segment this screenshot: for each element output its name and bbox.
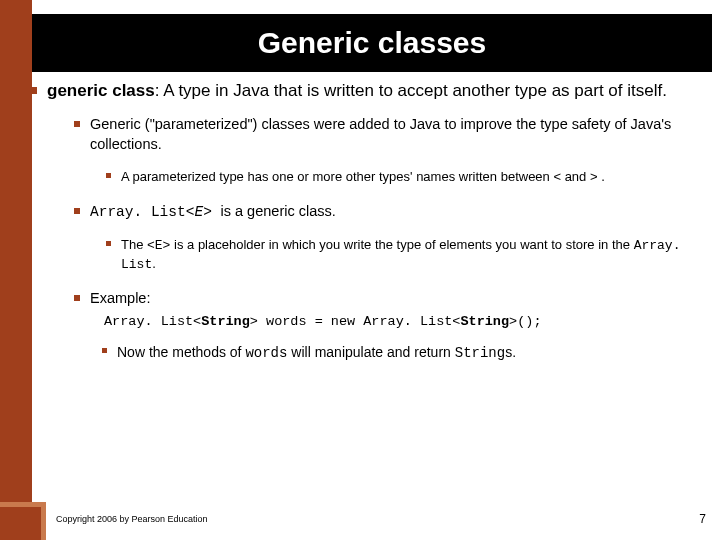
term: generic class	[47, 81, 155, 100]
bullet-icon	[74, 295, 80, 301]
sub2-text: Array. List<E> is a generic class.	[90, 202, 336, 223]
example-code: Array. List<String> words = new Array. L…	[104, 313, 702, 331]
sub-sub-item: Now the methods of words will manipulate…	[102, 343, 702, 363]
content-area: generic class: A type in Java that is wr…	[30, 80, 702, 367]
sub-item-3: Example: Array. List<String> words = new…	[74, 289, 702, 363]
bullet-icon	[106, 173, 111, 178]
sub-item-1: Generic ("parameterized") classes were a…	[74, 115, 702, 186]
title-bar: Generic classes	[32, 14, 712, 72]
bullet-icon	[74, 121, 80, 127]
example-label: Example:	[90, 289, 150, 309]
bullet-icon	[106, 241, 111, 246]
page-number: 7	[699, 512, 706, 526]
corner-decor	[0, 502, 46, 540]
definition: : A type in Java that is written to acce…	[155, 81, 667, 100]
sub-item-2: Array. List<E> is a generic class. The <…	[74, 202, 702, 274]
sub-sub-item: A parameterized type has one or more oth…	[106, 168, 702, 186]
sub-sub-item: The <E> is a placeholder in which you wr…	[106, 236, 702, 273]
bullet-icon	[74, 208, 80, 214]
sub-list: Generic ("parameterized") classes were a…	[74, 115, 702, 363]
left-margin	[0, 0, 32, 540]
main-bullet: generic class: A type in Java that is wr…	[30, 80, 702, 103]
main-text: generic class: A type in Java that is wr…	[47, 80, 667, 103]
copyright-footer: Copyright 2006 by Pearson Education	[56, 514, 208, 524]
bullet-icon	[30, 87, 37, 94]
subsub2-text: The <E> is a placeholder in which you wr…	[121, 236, 702, 273]
sub1-text: Generic ("parameterized") classes were a…	[90, 115, 702, 154]
slide-title: Generic classes	[258, 26, 487, 60]
subsub1-text: A parameterized type has one or more oth…	[121, 168, 605, 186]
example-note: Now the methods of words will manipulate…	[117, 343, 516, 363]
bullet-icon	[102, 348, 107, 353]
